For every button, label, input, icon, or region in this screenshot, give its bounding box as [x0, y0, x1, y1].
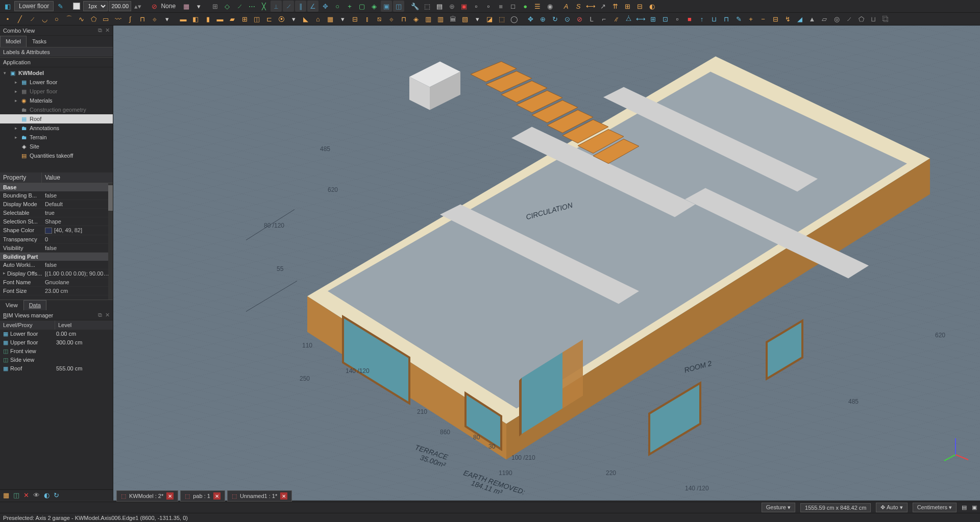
mirror-icon[interactable]: ⧊: [623, 13, 634, 24]
line-width-select[interactable]: 1px: [83, 1, 108, 11]
redsq-icon[interactable]: ■: [684, 13, 695, 24]
units-button[interactable]: Centimeters ▾: [913, 503, 957, 512]
red-box-icon[interactable]: ▣: [458, 1, 470, 12]
pen-icon[interactable]: ✎: [55, 1, 66, 12]
toggle-icon[interactable]: 👁: [33, 491, 40, 499]
nav-style[interactable]: Gesture ▾: [762, 503, 795, 512]
plus2-icon[interactable]: +: [745, 13, 756, 24]
column-icon[interactable]: ▮: [202, 13, 213, 24]
copy2-icon[interactable]: ⿻: [880, 13, 891, 24]
rotate-icon[interactable]: ↻: [549, 13, 560, 24]
bank-icon[interactable]: 🏛: [447, 13, 458, 24]
page-icon[interactable]: ▤: [434, 1, 445, 12]
batch-icon[interactable]: ⊟: [770, 13, 781, 24]
snap-ang-icon[interactable]: ∠: [307, 1, 318, 12]
down5-icon[interactable]: ▾: [472, 13, 483, 24]
angle-icon[interactable]: ◢: [794, 13, 805, 24]
status-icon-1[interactable]: ▤: [962, 504, 967, 511]
ring-icon[interactable]: ◎: [831, 13, 842, 24]
move-icon[interactable]: ✥: [525, 13, 536, 24]
array-rect-icon[interactable]: ⊞: [647, 13, 658, 24]
join-icon[interactable]: ⊔: [708, 13, 720, 24]
chart2-icon[interactable]: ▥: [435, 13, 446, 24]
slab-icon[interactable]: ◧: [190, 13, 201, 24]
tree-terrain[interactable]: ▸🖿Terrain: [0, 133, 113, 142]
window-icon[interactable]: ◫: [251, 13, 262, 24]
delete-icon[interactable]: ✕: [23, 491, 29, 499]
stairs-icon[interactable]: ◣: [300, 13, 311, 24]
copy-icon[interactable]: ⊕: [537, 13, 548, 24]
rebar-icon[interactable]: ⊞: [239, 13, 250, 24]
snap-near-icon[interactable]: ◈: [369, 1, 380, 12]
extend-icon[interactable]: ⟷: [635, 13, 646, 24]
snap-dim-icon[interactable]: ◫: [393, 1, 404, 12]
equipment-icon[interactable]: ⟐: [386, 13, 397, 24]
prop-row[interactable]: Selectabletrue: [0, 209, 113, 217]
close-panel-icon[interactable]: ✕: [105, 312, 110, 318]
drag-icon[interactable]: ⊙: [561, 13, 573, 24]
cube2-icon[interactable]: ⬚: [496, 13, 507, 24]
prop-row[interactable]: Display ModeDefault: [0, 200, 113, 209]
snap-center-icon[interactable]: ○: [332, 1, 343, 12]
part-icon[interactable]: ◈: [410, 13, 422, 24]
snap-cross-icon[interactable]: ╳: [258, 1, 270, 12]
slab2-icon[interactable]: ▰: [227, 13, 238, 24]
obj-icon[interactable]: ◪: [484, 13, 495, 24]
cube-icon[interactable]: ⬚: [422, 1, 433, 12]
tab-view[interactable]: View: [0, 300, 23, 310]
l2-icon[interactable]: ⌐: [598, 13, 609, 24]
snap-plus-icon[interactable]: +: [344, 1, 355, 12]
status-icon-2[interactable]: ▣: [972, 504, 977, 511]
roof-icon[interactable]: ⌂: [312, 13, 324, 24]
grid-icon[interactable]: ⊞: [209, 1, 220, 12]
snap-para-icon[interactable]: ∥: [295, 1, 306, 12]
arrows-up-icon[interactable]: ⇈: [609, 1, 621, 12]
fence-icon[interactable]: ⫿: [361, 13, 373, 24]
spinner-icon[interactable]: ▴▾: [132, 1, 143, 12]
tree-upper-floor[interactable]: ▸▦Upper floor: [0, 87, 113, 96]
tab-data[interactable]: Data: [23, 300, 46, 310]
close-icon[interactable]: ✕: [166, 492, 174, 500]
line-icon[interactable]: ╱: [14, 13, 26, 24]
down4-icon[interactable]: ▾: [337, 13, 348, 24]
tree-materials[interactable]: ▸◉Materials: [0, 96, 113, 105]
snap-move-icon[interactable]: ✥: [320, 1, 331, 12]
isolate-icon[interactable]: ◐: [44, 491, 50, 499]
globe-icon[interactable]: ⊕: [446, 1, 457, 12]
page2-icon[interactable]: ▫: [672, 13, 683, 24]
snap-wp-icon[interactable]: ▣: [381, 1, 392, 12]
dark-box-icon[interactable]: ■: [495, 1, 506, 12]
bim-row[interactable]: ▦Upper floor300.00 cm: [0, 338, 113, 347]
tree[interactable]: ▾▣KWModel ▸▦Lower floor ▸▦Upper floor ▸◉…: [0, 67, 113, 161]
diag-icon[interactable]: ⟋: [843, 13, 854, 24]
bim-row[interactable]: ◫Front view: [0, 347, 113, 356]
down3-icon[interactable]: ▾: [288, 13, 299, 24]
doctab-unnamed[interactable]: ⬚Unnamed1 : 1*✕: [227, 490, 292, 502]
detach-icon[interactable]: ⧉: [98, 27, 102, 34]
beam-icon[interactable]: ▬: [214, 13, 226, 24]
circle-icon[interactable]: ○: [51, 13, 62, 24]
plane-icon[interactable]: ▱: [819, 13, 830, 24]
bim-row[interactable]: ▦Roof555.00 cm: [0, 364, 113, 373]
bspline-icon[interactable]: 〰: [112, 13, 124, 24]
up-blue-icon[interactable]: ↑: [696, 13, 707, 24]
detach-icon[interactable]: ⧉: [98, 312, 102, 318]
bim-row[interactable]: ▦Lower floor0.00 cm: [0, 330, 113, 338]
l-icon[interactable]: L: [586, 13, 597, 24]
tool-wrench-icon[interactable]: 🔧: [409, 1, 421, 12]
properties-panel[interactable]: Base Bounding B...false Display ModeDefa…: [0, 183, 113, 300]
space-icon[interactable]: ▧: [459, 13, 471, 24]
tree-quantities[interactable]: ▤Quantities takeoff: [0, 151, 113, 160]
point-icon[interactable]: •: [2, 13, 13, 24]
add-proxy-icon[interactable]: ◫: [13, 491, 19, 499]
prop-row[interactable]: Bounding B...false: [0, 191, 113, 200]
sphere-icon[interactable]: ◉: [544, 1, 555, 12]
close-panel-icon[interactable]: ✕: [105, 27, 110, 34]
panel-icon[interactable]: ▦: [325, 13, 336, 24]
prop-row[interactable]: Auto Worki...false: [0, 261, 113, 269]
spline-icon[interactable]: ∿: [76, 13, 87, 24]
edit-icon[interactable]: ✎: [733, 13, 744, 24]
add-level-icon[interactable]: ▦: [3, 491, 9, 499]
save-view-icon[interactable]: ↻: [54, 491, 59, 499]
prism-icon[interactable]: ⬠: [855, 13, 867, 24]
